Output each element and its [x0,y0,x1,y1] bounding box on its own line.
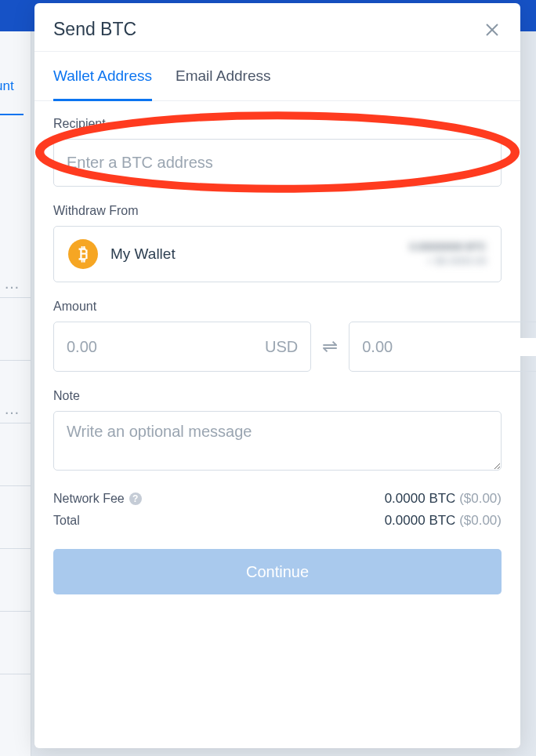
wallet-info: ₿ My Wallet [68,239,176,269]
modal-body: Recipient Withdraw From ₿ My Wallet 0.00… [34,101,520,748]
swap-icon: ⇌ [322,336,338,358]
wallet-name: My Wallet [110,245,176,263]
amount-field: Amount USD ⇌ BTC [53,300,502,372]
recipient-field: Recipient [53,117,502,187]
tab-email-address[interactable]: Email Address [176,52,270,101]
tab-wallet-address[interactable]: Wallet Address [53,52,152,101]
recipient-input[interactable] [53,139,502,187]
recipient-label: Recipient [53,117,502,131]
amount-crypto-input[interactable] [362,338,536,356]
close-icon [484,22,500,38]
swap-currencies-button[interactable]: ⇌ [322,334,338,359]
amount-fiat-suffix: USD [265,338,298,356]
note-textarea[interactable] [53,411,502,471]
wallet-selector[interactable]: ₿ My Wallet 0.00000000 BTC = $0.0000.00 [53,226,502,282]
close-button[interactable] [483,20,502,39]
network-fee-value: 0.0000 BTC ($0.00) [385,491,502,507]
withdraw-from-label: Withdraw From [53,204,502,218]
info-icon[interactable]: ? [129,492,142,505]
total-label: Total [53,514,80,528]
total-row: Total 0.0000 BTC ($0.00) [53,513,502,529]
amount-fiat-box: USD [53,322,311,372]
address-type-tabs: Wallet Address Email Address [34,51,520,101]
background-rows: … … [0,235,31,674]
send-btc-modal: Send BTC Wallet Address Email Address Re… [34,3,520,748]
wallet-balance-blurred: 0.00000000 BTC = $0.0000.00 [410,240,487,268]
amount-row: USD ⇌ BTC [53,322,502,372]
note-field: Note [53,389,502,474]
continue-button[interactable]: Continue [53,549,502,594]
bitcoin-symbol-glyph: ₿ [79,244,88,264]
network-fee-label: Network Fee ? [53,492,142,506]
network-fee-row: Network Fee ? 0.0000 BTC ($0.00) [53,491,502,507]
modal-title: Send BTC [53,19,136,40]
modal-header: Send BTC [34,3,520,51]
total-value: 0.0000 BTC ($0.00) [385,513,502,529]
amount-fiat-input[interactable] [67,338,265,356]
bitcoin-icon: ₿ [68,239,98,269]
amount-label: Amount [53,300,502,314]
amount-crypto-box: BTC [349,322,536,372]
withdraw-from-field: Withdraw From ₿ My Wallet 0.00000000 BTC… [53,204,502,282]
note-label: Note [53,389,502,403]
